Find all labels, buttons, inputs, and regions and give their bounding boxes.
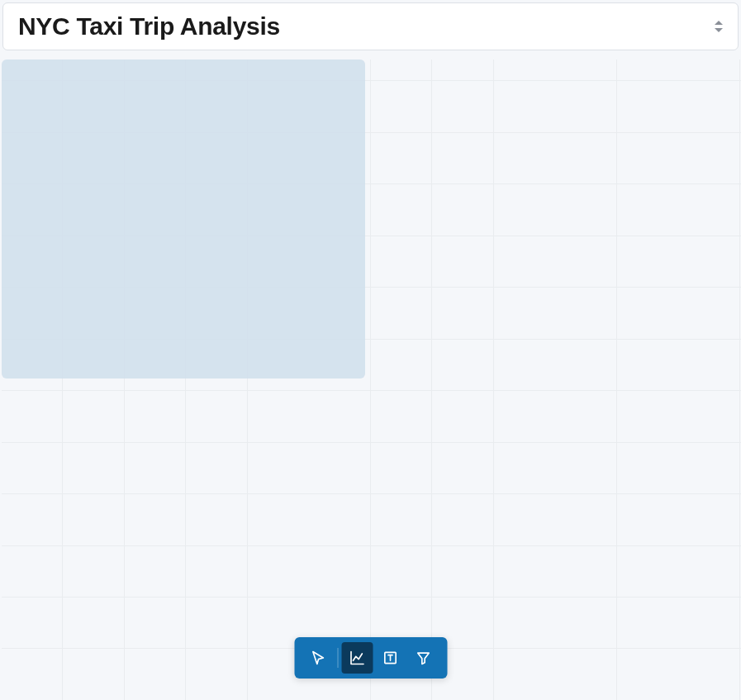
- pointer-tool-button[interactable]: [302, 642, 334, 674]
- text-box-icon: [382, 650, 398, 666]
- widget-placeholder[interactable]: [2, 60, 365, 379]
- text-tool-button[interactable]: [374, 642, 406, 674]
- dashboard-title[interactable]: NYC Taxi Trip Analysis: [18, 12, 280, 40]
- toolbar-divider: [337, 648, 338, 668]
- title-bar: NYC Taxi Trip Analysis: [2, 2, 739, 50]
- filter-icon: [415, 650, 431, 666]
- bottom-toolbar: [294, 637, 447, 679]
- title-stepper[interactable]: [715, 21, 723, 32]
- chevron-down-icon: [715, 28, 723, 32]
- cursor-icon: [310, 650, 326, 666]
- chevron-up-icon: [715, 21, 723, 25]
- chart-tool-button[interactable]: [341, 642, 373, 674]
- filter-tool-button[interactable]: [407, 642, 439, 674]
- canvas-area[interactable]: [2, 60, 741, 700]
- line-chart-icon: [349, 650, 365, 666]
